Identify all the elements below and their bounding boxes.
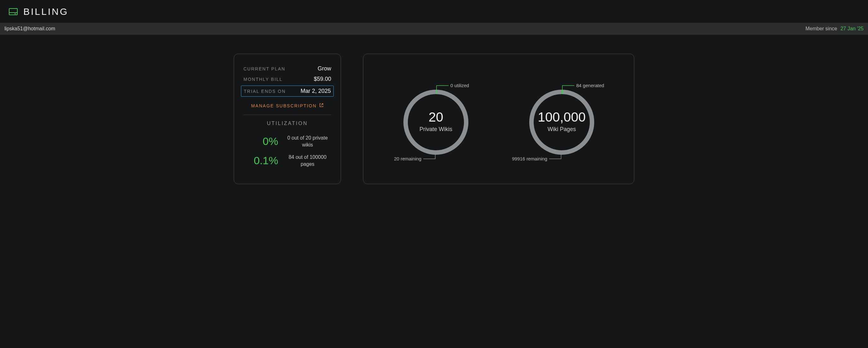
- pages-center-label: Wiki Pages: [547, 126, 576, 132]
- user-email: lipska51@hotmail.com: [4, 26, 55, 32]
- gauge-wiki-pages: 84 generated 99916 remaining 100,000 Wik…: [499, 72, 624, 167]
- svg-line-3: [321, 104, 323, 106]
- monthly-bill-row: MONTHLY BILL $59.00: [244, 74, 331, 84]
- utilization-row-wikis: 0% 0 out of 20 private wikis: [244, 135, 331, 148]
- utilization-heading: UTILIZATION: [244, 121, 331, 126]
- divider: [244, 115, 331, 115]
- plan-panel: CURRENT PLAN Grow MONTHLY BILL $59.00 TR…: [234, 54, 341, 184]
- trial-ends-row: TRIAL ENDS ON Mar 2, 2025: [241, 86, 334, 97]
- current-plan-value: Grow: [318, 65, 331, 72]
- utilization-desc-pages: 84 out of 100000 pages: [284, 154, 331, 167]
- pages-top-callout: 84 generated: [576, 83, 604, 88]
- current-plan-row: CURRENT PLAN Grow: [244, 63, 331, 74]
- member-info-bar: lipska51@hotmail.com Member since 27 Jan…: [0, 23, 868, 35]
- manage-subscription-link[interactable]: MANAGE SUBSCRIPTION: [244, 103, 331, 108]
- wikis-bottom-callout: 20 remaining: [394, 156, 422, 162]
- monthly-bill-value: $59.00: [314, 76, 331, 82]
- page-header: BILLING: [0, 0, 868, 23]
- gauges-panel: 0 utilized 20 remaining 20 Private Wikis…: [363, 54, 634, 184]
- member-since-date: 27 Jan '25: [841, 26, 864, 31]
- svg-rect-2: [14, 13, 16, 14]
- member-since: Member since 27 Jan '25: [806, 26, 864, 32]
- trial-ends-value: Mar 2, 2025: [301, 88, 331, 94]
- member-since-label: Member since: [806, 26, 837, 31]
- pages-bottom-callout: 99916 remaining: [512, 156, 547, 162]
- external-link-icon: [319, 103, 323, 108]
- pages-center-number: 100,000: [538, 110, 586, 124]
- utilization-desc-wikis: 0 out of 20 private wikis: [284, 135, 331, 148]
- utilization-pct-wikis: 0%: [244, 135, 278, 147]
- current-plan-label: CURRENT PLAN: [244, 66, 285, 71]
- utilization-row-pages: 0.1% 84 out of 100000 pages: [244, 154, 331, 167]
- wikis-top-callout: 0 utilized: [451, 83, 469, 88]
- trial-ends-label: TRIAL ENDS ON: [244, 89, 286, 94]
- page-title: BILLING: [23, 6, 68, 17]
- wikis-center-number: 20: [428, 110, 443, 124]
- svg-rect-0: [9, 8, 17, 15]
- content-area: CURRENT PLAN Grow MONTHLY BILL $59.00 TR…: [0, 35, 868, 197]
- monthly-bill-label: MONTHLY BILL: [244, 77, 283, 82]
- credit-card-icon: [9, 8, 18, 15]
- wikis-center-label: Private Wikis: [419, 126, 452, 132]
- manage-subscription-label: MANAGE SUBSCRIPTION: [251, 103, 317, 108]
- utilization-pct-pages: 0.1%: [244, 154, 278, 167]
- gauge-private-wikis: 0 utilized 20 remaining 20 Private Wikis: [373, 72, 499, 167]
